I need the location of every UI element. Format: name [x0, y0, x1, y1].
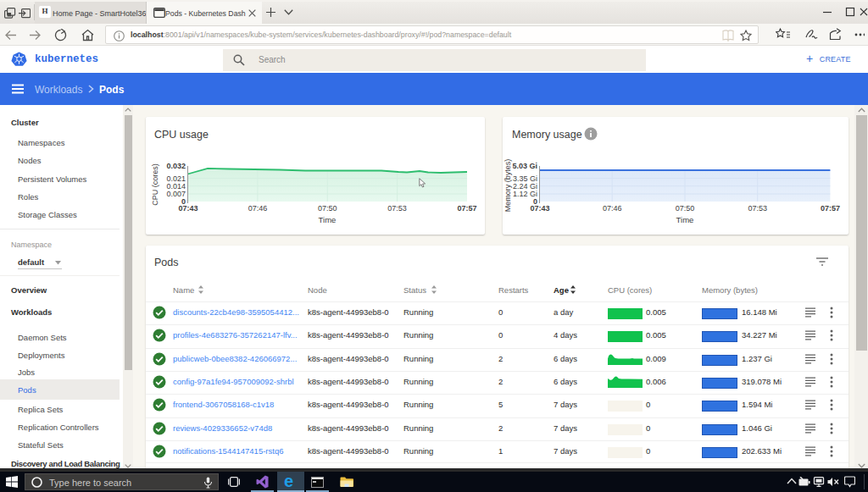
svg-text:0.032: 0.032	[166, 162, 186, 170]
svg-text:07:53: 07:53	[748, 204, 767, 213]
svg-text:07:57: 07:57	[457, 204, 476, 213]
svg-text:5.03 Gi: 5.03 Gi	[512, 162, 537, 170]
svg-text:Time: Time	[676, 215, 694, 224]
svg-text:07:46: 07:46	[248, 204, 268, 213]
svg-text:07:50: 07:50	[676, 204, 695, 213]
svg-text:07:57: 07:57	[821, 204, 840, 213]
svg-text:07:46: 07:46	[603, 204, 622, 213]
svg-text:07:43: 07:43	[530, 204, 549, 213]
svg-text:Memory (bytes): Memory (bytes)	[504, 159, 512, 213]
svg-text:07:53: 07:53	[387, 204, 407, 213]
svg-text:07:43: 07:43	[178, 204, 198, 213]
svg-text:Time: Time	[319, 215, 337, 224]
svg-text:07:50: 07:50	[318, 204, 337, 213]
svg-text:CPU (cores): CPU (cores)	[151, 163, 159, 206]
